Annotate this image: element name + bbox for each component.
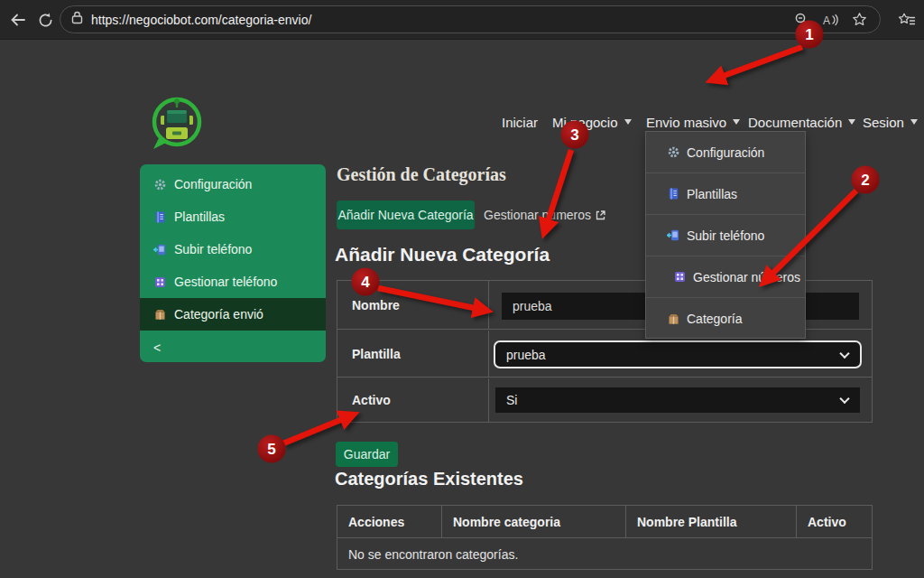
header-nombre-plantilla: Nombre Plantilla [626, 506, 797, 537]
plantilla-selected-value: prueba [506, 348, 546, 362]
save-button[interactable]: Guardar [336, 442, 398, 467]
nav-label: Documentación [748, 115, 842, 130]
chevron-down-icon [839, 348, 849, 358]
book-icon [667, 187, 680, 200]
numbers-icon [673, 270, 687, 284]
activo-select[interactable]: Si [495, 387, 860, 413]
svg-text:A: A [823, 14, 830, 26]
header-activo: Activo [797, 506, 872, 537]
dropdown-item-configuracion[interactable]: Configuración [646, 132, 805, 173]
activo-selected-value: Si [506, 393, 517, 407]
table-header-row: Acciones Nombre categoria Nombre Plantil… [337, 506, 872, 538]
gear-icon [667, 145, 680, 159]
envio-masivo-dropdown: Configuración Plantillas Subir teléfono … [645, 131, 806, 339]
divider [488, 281, 489, 329]
sidebar-collapse-button[interactable]: < [140, 331, 326, 362]
book-icon [153, 210, 167, 224]
nav-item-envio-masivo[interactable]: Envio masivo [646, 114, 740, 130]
divider [488, 331, 489, 377]
empty-table-message: No se encontraron categorías. [337, 538, 872, 570]
negociobot-logo[interactable] [144, 92, 208, 155]
back-icon[interactable] [7, 9, 29, 31]
favorite-star-icon[interactable] [849, 10, 869, 30]
chevron-down-icon [839, 394, 849, 404]
numbers-icon [153, 275, 167, 289]
dropdown-item-gestionar-numeros[interactable]: Gestionar números [646, 256, 805, 298]
nav-label: Iniciar [502, 115, 538, 130]
manage-numbers-link[interactable]: Gestionar numeros [484, 208, 605, 222]
chevron-down-icon [624, 119, 632, 125]
sidebar-item-gestionar-telefono[interactable]: Gestionar teléfono [140, 266, 326, 298]
sidebar-item-plantillas[interactable]: Plantillas [140, 200, 326, 233]
collapse-chevron-icon: < [153, 340, 161, 355]
page-content: Iniciar Mi negocio Envio masivo Document… [0, 41, 924, 578]
activo-label: Activo [352, 393, 391, 407]
sidebar-item-categoria-envio[interactable]: Categoría envió [140, 298, 326, 331]
address-bar[interactable]: https://negociobot.com/categoria-envio/ … [60, 5, 881, 33]
nav-label: Sesion [863, 115, 904, 130]
dropdown-item-plantillas[interactable]: Plantillas [646, 173, 805, 215]
nav-item-iniciar[interactable]: Iniciar [502, 114, 538, 130]
page-title: Gestión de Categorías [337, 164, 506, 185]
read-aloud-icon[interactable]: A [820, 10, 840, 30]
dropdown-item-label: Subir teléfono [687, 228, 764, 243]
dropdown-item-categoria[interactable]: Categoría [646, 298, 805, 340]
sidebar-item-subir-telefono[interactable]: Subir teléfono [140, 233, 326, 266]
screen: https://negociobot.com/categoria-envio/ … [0, 0, 924, 578]
divider [488, 378, 489, 422]
chevron-down-icon [733, 119, 740, 125]
sidebar-item-label: Subir teléfono [174, 242, 252, 256]
dropdown-item-label: Configuración [687, 145, 764, 160]
nombre-label: Nombre [352, 298, 400, 312]
form-section-title: Añadir Nueva Categoría [335, 244, 550, 266]
sidebar-item-label: Gestionar teléfono [174, 275, 277, 289]
plantilla-label: Plantilla [352, 347, 401, 361]
plantilla-select[interactable]: prueba [494, 340, 862, 368]
dropdown-item-label: Categoría [687, 312, 742, 326]
reload-icon[interactable] [34, 9, 56, 31]
box-icon [667, 312, 680, 326]
nav-item-mi-negocio[interactable]: Mi negocio [552, 114, 632, 130]
external-link-icon [596, 210, 605, 220]
phone-upload-icon [667, 228, 680, 242]
nav-label: Mi negocio [552, 115, 618, 130]
categories-table: Acciones Nombre categoria Nombre Plantil… [337, 505, 873, 570]
chevron-down-icon [910, 119, 918, 125]
sidebar-item-label: Configuración [174, 177, 252, 191]
zoom-out-icon[interactable] [791, 10, 811, 30]
lock-icon[interactable] [71, 11, 83, 28]
add-category-button[interactable]: Añadir Nueva Categoría [337, 200, 475, 229]
box-icon [153, 308, 167, 322]
dropdown-item-subir-telefono[interactable]: Subir teléfono [646, 215, 805, 256]
nav-item-documentacion[interactable]: Documentación [748, 114, 855, 130]
sidebar-item-label: Categoría envió [174, 307, 263, 322]
dropdown-item-label: Plantillas [687, 187, 737, 201]
existing-categories-title: Categorías Existentes [335, 469, 523, 489]
collections-icon[interactable] [895, 9, 919, 31]
url-text[interactable]: https://negociobot.com/categoria-envio/ [91, 13, 782, 27]
browser-toolbar: https://negociobot.com/categoria-envio/ … [0, 0, 924, 40]
dropdown-item-label: Gestionar números [693, 270, 800, 284]
manage-numbers-label: Gestionar numeros [484, 208, 591, 222]
header-acciones: Acciones [337, 506, 442, 537]
chevron-down-icon [848, 119, 855, 125]
nav-item-sesion[interactable]: Sesion [863, 114, 918, 130]
sidebar: Configuración Plantillas Subir teléfono … [140, 164, 326, 362]
nav-label: Envio masivo [646, 115, 726, 130]
phone-upload-icon [153, 243, 167, 256]
sidebar-item-configuracion[interactable]: Configuración [140, 164, 326, 200]
sidebar-item-label: Plantillas [174, 210, 225, 224]
header-nombre-categoria: Nombre categoria [442, 506, 626, 537]
gear-icon [153, 178, 167, 191]
